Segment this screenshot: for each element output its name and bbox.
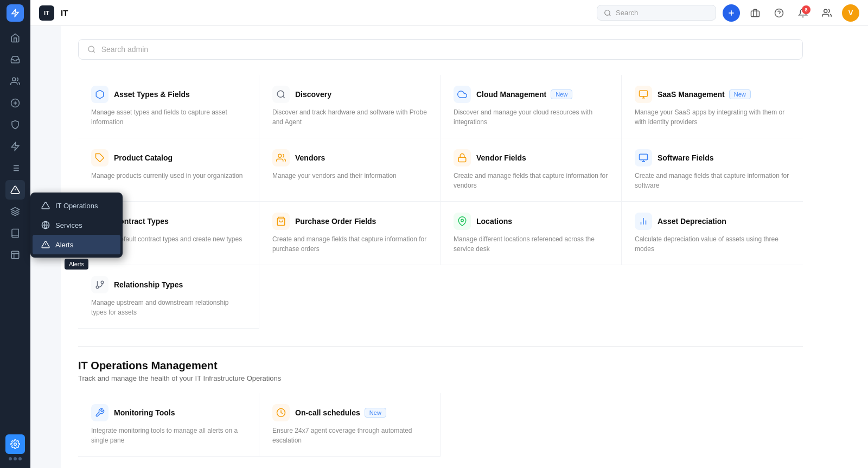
topnav-notifications-button[interactable]: 8 bbox=[794, 4, 812, 22]
svg-rect-33 bbox=[640, 91, 648, 97]
purchase-order-title: Purchase Order Fields bbox=[295, 217, 376, 226]
topnav-help-button[interactable] bbox=[770, 4, 788, 22]
it-ops-grid: Monitoring Tools Integrate monitoring to… bbox=[78, 393, 803, 457]
sidebar-item-settings[interactable] bbox=[5, 434, 25, 454]
app-logo[interactable] bbox=[7, 4, 24, 22]
purchase-order-icon bbox=[272, 213, 290, 230]
discovery-title: Discovery bbox=[295, 90, 331, 99]
on-call-icon bbox=[272, 404, 290, 421]
svg-line-30 bbox=[93, 51, 95, 53]
topnav: IT IT Search 8 V bbox=[30, 0, 868, 26]
grid-item-asset-types[interactable]: Asset Types & Fields Manage asset types … bbox=[78, 75, 259, 138]
vendor-fields-icon bbox=[454, 149, 471, 166]
discovery-desc: Discover and track hardware and software… bbox=[272, 107, 427, 127]
grid-item-discovery[interactable]: Discovery Discover and track hardware an… bbox=[259, 75, 441, 138]
relationship-types-icon bbox=[91, 276, 108, 293]
search-admin-box[interactable] bbox=[78, 39, 803, 60]
sidebar-item-shield[interactable] bbox=[5, 115, 25, 134]
cloud-new-badge: New bbox=[551, 89, 572, 99]
software-fields-icon bbox=[635, 149, 652, 166]
svg-point-37 bbox=[278, 154, 282, 157]
svg-rect-38 bbox=[458, 157, 466, 162]
asset-grid: Asset Types & Fields Manage asset types … bbox=[78, 75, 803, 329]
svg-rect-39 bbox=[640, 154, 648, 160]
sidebar-item-lightning[interactable] bbox=[5, 137, 25, 156]
grid-item-cloud-management[interactable]: Cloud Management New Discover and manage… bbox=[441, 75, 622, 138]
product-catalog-desc: Manage products currently used in your o… bbox=[91, 171, 246, 181]
grid-item-locations[interactable]: Locations Manage different locations ref… bbox=[441, 202, 622, 265]
grid-item-vendors[interactable]: Vendors Manage your vendors and their in… bbox=[259, 138, 441, 202]
saas-new-badge: New bbox=[729, 89, 751, 99]
svg-point-29 bbox=[88, 46, 94, 52]
relationship-types-title: Relationship Types bbox=[114, 280, 183, 289]
it-ops-title: IT Operations Management bbox=[78, 360, 803, 372]
locations-desc: Manage different locations referenced ac… bbox=[454, 234, 608, 254]
topnav-agents-button[interactable] bbox=[818, 4, 835, 22]
sidebar-item-chart[interactable] bbox=[5, 245, 25, 265]
vendors-desc: Manage your vendors and their informatio… bbox=[272, 171, 427, 181]
asset-depreciation-title: Asset Depreciation bbox=[658, 217, 726, 226]
relationship-types-desc: Manage upstream and downstream relations… bbox=[91, 298, 246, 317]
svg-point-51 bbox=[96, 286, 99, 289]
svg-point-21 bbox=[605, 10, 610, 15]
grid-item-software-fields[interactable]: Software Fields Create and manage fields… bbox=[622, 138, 803, 202]
svg-line-32 bbox=[283, 96, 284, 98]
topnav-logo: IT bbox=[39, 5, 54, 21]
svg-point-28 bbox=[824, 9, 827, 12]
saas-management-icon bbox=[635, 86, 652, 103]
software-fields-title: Software Fields bbox=[658, 153, 713, 162]
svg-line-22 bbox=[609, 14, 611, 16]
on-call-new-badge: New bbox=[365, 408, 386, 418]
main-content: Asset Types & Fields Manage asset types … bbox=[61, 26, 868, 468]
grid-item-relationship-types[interactable]: Relationship Types Manage upstream and d… bbox=[78, 265, 259, 329]
sidebar-item-people[interactable] bbox=[5, 72, 25, 91]
monitoring-tools-desc: Integrate monitoring tools to manage all… bbox=[91, 426, 246, 445]
search-icon bbox=[604, 9, 611, 17]
grid-item-on-call-schedules[interactable]: On-call schedules New Ensure 24x7 agent … bbox=[259, 393, 441, 457]
grid-item-asset-depreciation[interactable]: Asset Depreciation Calculate depreciatio… bbox=[622, 202, 803, 265]
flyout-services[interactable]: Services bbox=[33, 215, 120, 235]
grid-item-purchase-order-fields[interactable]: Purchase Order Fields Create and manage … bbox=[259, 202, 441, 265]
sidebar-item-home[interactable] bbox=[5, 28, 25, 48]
locations-title: Locations bbox=[476, 217, 512, 226]
flyout-it-operations[interactable]: IT Operations bbox=[33, 196, 120, 215]
svg-point-45 bbox=[461, 219, 464, 222]
asset-management-section: Asset Types & Fields Manage asset types … bbox=[78, 75, 803, 329]
grid-item-vendor-fields[interactable]: Vendor Fields Create and manage fields t… bbox=[441, 138, 622, 202]
grid-item-monitoring-tools[interactable]: Monitoring Tools Integrate monitoring to… bbox=[78, 393, 259, 457]
sidebar-item-book[interactable] bbox=[5, 223, 25, 243]
sidebar-item-layers[interactable] bbox=[5, 202, 25, 221]
topnav-tickets-button[interactable] bbox=[746, 4, 764, 22]
sidebar-item-tickets[interactable] bbox=[5, 93, 25, 113]
topnav-search[interactable]: Search bbox=[597, 5, 716, 21]
sidebar-dots bbox=[5, 454, 25, 464]
vendors-title: Vendors bbox=[295, 153, 325, 162]
topnav-title: IT bbox=[61, 8, 68, 17]
svg-rect-25 bbox=[751, 11, 760, 17]
on-call-title: On-call schedules New bbox=[295, 408, 386, 418]
software-fields-desc: Create and manage fields that capture in… bbox=[635, 171, 790, 190]
it-ops-section: IT Operations Management Track and manag… bbox=[78, 360, 803, 457]
flyout-alerts[interactable]: Alerts Alerts bbox=[33, 235, 120, 254]
sidebar-item-inbox[interactable] bbox=[5, 50, 25, 69]
search-admin-input[interactable] bbox=[101, 45, 794, 54]
svg-marker-5 bbox=[11, 143, 19, 151]
grid-item-saas-management[interactable]: SaaS Management New Manage your SaaS app… bbox=[622, 75, 803, 138]
cloud-management-desc: Discover and manage your cloud resources… bbox=[454, 107, 608, 127]
svg-point-1 bbox=[12, 78, 16, 81]
sidebar-item-list[interactable] bbox=[5, 158, 25, 178]
cloud-management-icon bbox=[454, 86, 471, 103]
on-call-desc: Ensure 24x7 agent coverage through autom… bbox=[272, 426, 427, 445]
svg-marker-14 bbox=[11, 208, 20, 212]
locations-icon bbox=[454, 213, 471, 230]
product-catalog-title: Product Catalog bbox=[114, 153, 173, 162]
sidebar-item-alert[interactable] bbox=[5, 180, 25, 200]
topnav-add-button[interactable] bbox=[723, 4, 740, 22]
saas-management-desc: Manage your SaaS apps by integrating wit… bbox=[635, 107, 790, 127]
flyout-menu: IT Operations Services Alerts Alerts bbox=[30, 193, 123, 258]
saas-management-title: SaaS Management New bbox=[658, 89, 751, 99]
svg-rect-15 bbox=[11, 251, 19, 259]
search-admin-icon bbox=[87, 45, 96, 54]
svg-point-31 bbox=[277, 91, 284, 97]
user-avatar[interactable]: V bbox=[842, 4, 859, 22]
